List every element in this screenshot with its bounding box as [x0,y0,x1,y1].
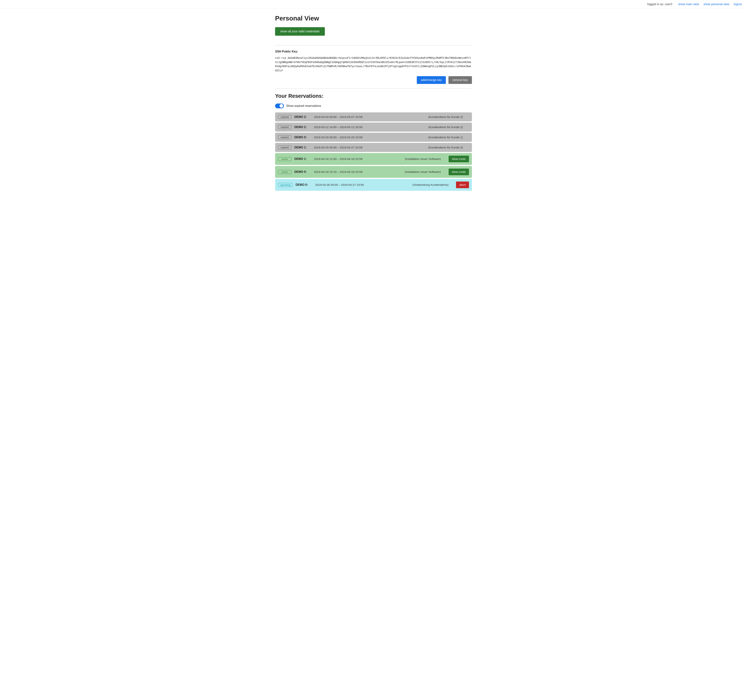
reservation-dates: 2019-03-04 00:00 – 2019-03-07 23:59 [314,115,425,119]
page-title: Personal View [275,15,472,22]
reservation-demo-name: DEMO 2: [294,115,311,119]
reservation-description: (Kundendemo für Kunde 1) [428,136,469,139]
reservation-demo-name: DEMO 1: [294,146,311,149]
reservations-list: expiredDEMO 2:2019-03-04 00:00 – 2019-03… [275,112,472,191]
reservation-row: upcomingDEMO 0:2019-04-26 00:00 – 2019-0… [275,179,472,191]
show-all-credentials-button[interactable]: show all your valid credentials [275,27,325,36]
reservation-row: expiredDEMO 1:2019-03-25 00:00 – 2019-03… [275,143,472,152]
reservation-dates: 2019-03-25 00:00 – 2019-03-27 23:59 [314,146,425,149]
reservation-demo-name: DEMO 0: [296,183,312,187]
reservation-row: expiredDEMO 2:2019-03-12 14:00 – 2019-03… [275,122,472,131]
ssh-actions: add/change key remove key [275,76,472,84]
top-navigation: logged in as: user3 show main view show … [0,0,747,9]
show-creds-button[interactable]: show creds [449,155,469,162]
reservation-description: (Installation neuer Software) [405,157,446,161]
main-content: Personal View show all your valid creden… [270,9,477,197]
reservation-row: activeDEMO 0:2019-04-18 15:15 – 2019-04-… [275,166,472,178]
reservations-section: Your Reservations: Show expired reservat… [275,93,472,191]
reservation-description: (Vorbereitung Kundendemo) [412,183,453,187]
add-change-key-button[interactable]: add/change key [417,76,446,84]
reservation-row: expiredDEMO 2:2019-03-04 00:00 – 2019-03… [275,112,472,121]
status-badge: active [278,170,291,174]
toggle-row: Show expired reservations [275,104,472,108]
show-personal-view-link[interactable]: show personal view [703,3,729,6]
show-main-view-link[interactable]: show main view [678,3,699,6]
reservation-dates: 2019-03-20 00:00 – 2019-03-20 23:59 [314,136,425,139]
ssh-public-key-label: SSH Public Key: [275,50,472,53]
abort-button[interactable]: abort [456,181,469,188]
status-badge: expired [278,135,291,139]
status-badge: expired [278,145,291,149]
reservation-demo-name: DEMO 0: [294,170,311,173]
reservation-demo-name: DEMO 1: [294,157,311,161]
reservation-description: (Kundendemo für Kunde 2) [428,115,469,119]
show-creds-button[interactable]: show creds [449,169,469,175]
remove-key-button[interactable]: remove key [448,76,472,84]
logged-in-label: logged in as: user3 [647,3,672,6]
status-badge: upcoming [278,183,293,187]
reservation-dates: 2019-04-18 12:00 – 2019-04-18 23:59 [314,157,402,161]
reservation-description: (Kundendemo für Kunde 2) [428,125,469,129]
reservation-dates: 2019-04-26 00:00 – 2019-04-27 23:59 [315,183,410,187]
logout-link[interactable]: logout [734,3,742,6]
reservations-title: Your Reservations: [275,93,472,99]
toggle-label: Show expired reservations [286,104,321,107]
status-badge: expired [278,125,291,129]
reservation-demo-name: DEMO 0: [294,136,311,139]
reservation-dates: 2019-04-18 15:15 – 2019-04-18 23:59 [314,170,402,173]
status-badge: expired [278,115,291,119]
reservation-dates: 2019-03-12 14:00 – 2019-03-12 20:00 [314,125,425,129]
reservation-row: expiredDEMO 0:2019-03-20 00:00 – 2019-03… [275,133,472,142]
reservation-demo-name: DEMO 2: [294,125,311,129]
reservation-description: (Installation neuer Software) [405,170,446,173]
reservation-description: (Kundendemo für Kunde 3) [428,146,469,149]
reservation-row: activeDEMO 1:2019-04-18 12:00 – 2019-04-… [275,153,472,165]
divider-2 [275,88,472,89]
ssh-section: SSH Public Key: ssh-rsa AAAAB3NzaC1yc2EA… [275,50,472,84]
ssh-key-value: ssh-rsa AAAAB3NzaC1yc2EAAAADAQABAAABAQDc… [275,56,472,72]
show-expired-toggle[interactable] [275,104,284,108]
status-badge: active [278,157,291,161]
